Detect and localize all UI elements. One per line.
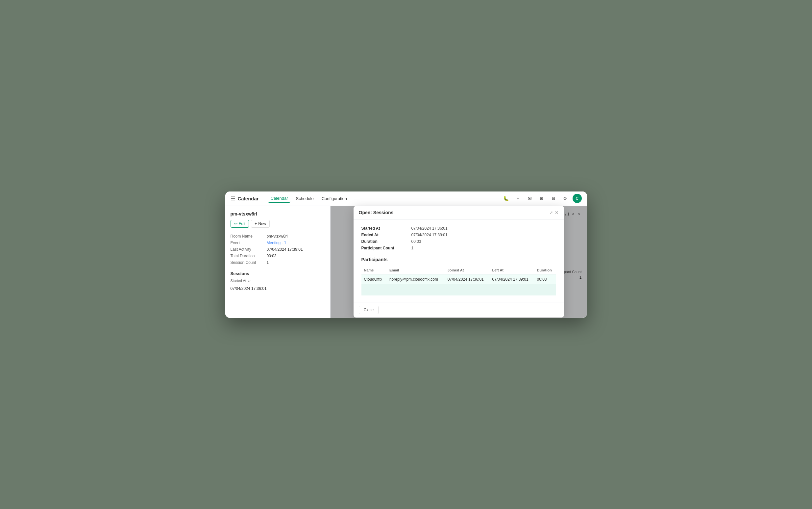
participant-row-1[interactable]: CloudOffix noreply@pm.cloudoffix.com 07/… xyxy=(361,274,556,284)
top-nav-right: 🐛 ＋ ✉ ⊞ ⊟ ⚙ C xyxy=(501,194,582,203)
ended-at-value: 07/04/2024 17:39:01 xyxy=(412,233,556,237)
sessions-col-started-at: Started At ⊙ xyxy=(231,279,251,283)
empty-cell-5 xyxy=(534,284,556,296)
expand-icon[interactable]: ⤢ xyxy=(550,210,553,215)
started-at-label: Started At xyxy=(361,226,408,231)
close-button[interactable]: Close xyxy=(359,306,379,314)
nav-configuration[interactable]: Configuration xyxy=(319,195,350,202)
participant-joined-at: 07/04/2024 17:36:01 xyxy=(445,274,490,284)
participant-count-modal-value: 1 xyxy=(412,246,556,250)
plus-icon-btn[interactable]: ＋ xyxy=(514,194,523,203)
bug-icon-btn[interactable]: 🐛 xyxy=(501,194,511,203)
mail-icon-btn[interactable]: ✉ xyxy=(525,194,534,203)
main-area: pm-vtsxw8rl ✏ Edit + New Room Name pm-vt… xyxy=(225,206,587,318)
modal-footer: Close xyxy=(354,302,564,317)
ended-at-label: Ended At xyxy=(361,233,408,237)
modal-close-area: ⤢ ✕ xyxy=(550,210,559,215)
modal-overlay: Open: Sessions ⤢ ✕ Started At 07/04/2024… xyxy=(330,206,587,318)
sort-icon[interactable]: ⊙ xyxy=(248,279,251,283)
col-joined-at: Joined At xyxy=(445,266,490,274)
participants-section-title: Participants xyxy=(361,257,556,262)
grid2-icon-btn[interactable]: ⊟ xyxy=(549,194,558,203)
field-value-session-count: 1 xyxy=(267,259,325,266)
participant-count-modal-label: Participant Count xyxy=(361,246,408,250)
settings-icon-btn[interactable]: ⚙ xyxy=(561,194,570,203)
field-row-event: Event Meeting - 1 xyxy=(231,240,325,246)
plus-new-icon: + xyxy=(254,222,257,226)
field-label-event: Event xyxy=(231,240,267,246)
modal-header: Open: Sessions ⤢ ✕ xyxy=(354,206,564,219)
right-panel: 1 / 1 < > Participant Count 1 Open: Sess… xyxy=(330,206,587,318)
app-title: Calendar xyxy=(238,196,259,201)
sessions-header: Started At ⊙ xyxy=(231,279,325,283)
participant-email: noreply@pm.cloudoffix.com xyxy=(387,274,445,284)
field-label-total-duration: Total Duration xyxy=(231,253,267,259)
field-label-last-activity: Last Activity xyxy=(231,246,267,253)
session-row-1[interactable]: 07/04/2024 17:36:01 xyxy=(231,285,325,292)
col-left-at: Left At xyxy=(490,266,534,274)
new-label: New xyxy=(258,222,266,226)
empty-row xyxy=(361,284,556,296)
field-row-room-name: Room Name pm-vtsxw8rl xyxy=(231,233,325,240)
field-row-last-activity: Last Activity 07/04/2024 17:39:01 xyxy=(231,246,325,253)
record-title: pm-vtsxw8rl xyxy=(231,211,325,216)
participants-table-header: Name Email Joined At Left At Duration xyxy=(361,266,556,274)
field-label-room-name: Room Name xyxy=(231,233,267,240)
field-row-session-count: Session Count 1 xyxy=(231,259,325,266)
edit-button[interactable]: ✏ Edit xyxy=(231,220,249,228)
info-grid: Started At 07/04/2024 17:36:01 Ended At … xyxy=(361,226,556,250)
participant-duration: 00:03 xyxy=(534,274,556,284)
modal-title: Open: Sessions xyxy=(359,210,394,215)
edit-label: Edit xyxy=(239,222,246,226)
btn-row: ✏ Edit + New xyxy=(231,220,325,228)
hamburger-icon[interactable]: ☰ xyxy=(231,196,235,202)
new-button[interactable]: + New xyxy=(251,220,270,228)
col-name: Name xyxy=(361,266,387,274)
field-value-total-duration: 00:03 xyxy=(267,253,325,259)
modal-body: Started At 07/04/2024 17:36:01 Ended At … xyxy=(354,219,564,302)
empty-cell-4 xyxy=(490,284,534,296)
fields-table: Room Name pm-vtsxw8rl Event Meeting - 1 … xyxy=(231,233,325,266)
field-value-last-activity: 07/04/2024 17:39:01 xyxy=(267,246,325,253)
edit-icon: ✏ xyxy=(234,222,238,226)
duration-label: Duration xyxy=(361,239,408,244)
left-panel: pm-vtsxw8rl ✏ Edit + New Room Name pm-vt… xyxy=(225,206,330,318)
top-nav: ☰ Calendar Calendar Schedule Configurati… xyxy=(225,192,587,206)
empty-cell xyxy=(361,284,387,296)
sessions-section-title: Sessions xyxy=(231,271,325,276)
started-at-value: 07/04/2024 17:36:01 xyxy=(412,226,556,231)
top-nav-left: ☰ Calendar Calendar Schedule Configurati… xyxy=(231,195,501,203)
nav-calendar[interactable]: Calendar xyxy=(268,195,291,203)
field-row-total-duration: Total Duration 00:03 xyxy=(231,253,325,259)
close-icon[interactable]: ✕ xyxy=(555,210,559,215)
apps-icon-btn[interactable]: ⊞ xyxy=(537,194,546,203)
field-label-session-count: Session Count xyxy=(231,259,267,266)
started-at-label: Started At xyxy=(231,279,246,283)
participant-left-at: 07/04/2024 17:39:01 xyxy=(490,274,534,284)
screen-wrap: ☰ Calendar Calendar Schedule Configurati… xyxy=(225,192,587,318)
session-modal: Open: Sessions ⤢ ✕ Started At 07/04/2024… xyxy=(354,206,564,317)
empty-cell-2 xyxy=(387,284,445,296)
user-avatar[interactable]: C xyxy=(573,194,582,203)
col-email: Email xyxy=(387,266,445,274)
participants-table: Name Email Joined At Left At Duration Cl… xyxy=(361,266,556,296)
field-value-event[interactable]: Meeting - 1 xyxy=(267,240,325,246)
duration-value: 00:03 xyxy=(412,239,556,244)
col-duration: Duration xyxy=(534,266,556,274)
field-value-room-name: pm-vtsxw8rl xyxy=(267,233,325,240)
participant-name: CloudOffix xyxy=(361,274,387,284)
nav-schedule[interactable]: Schedule xyxy=(293,195,316,202)
empty-cell-3 xyxy=(445,284,490,296)
